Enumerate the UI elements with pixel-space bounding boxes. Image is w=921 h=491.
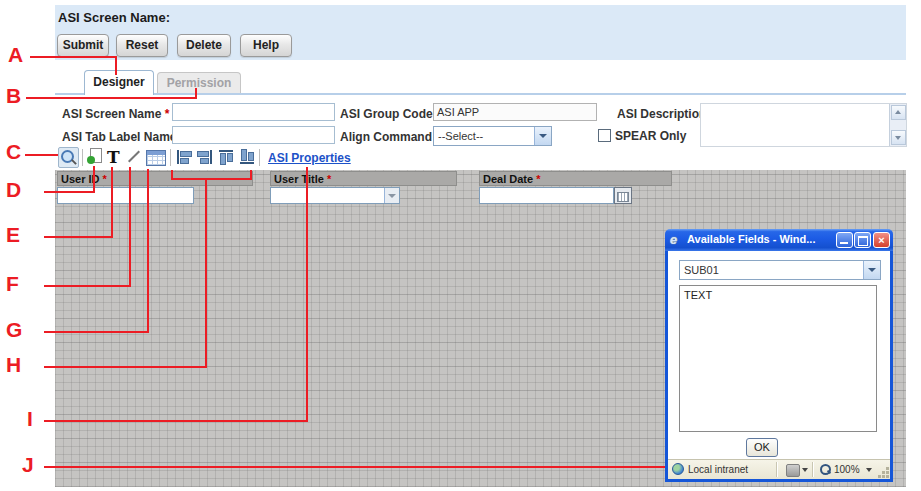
user-title-select[interactable] [270,187,400,204]
required-marker: * [165,107,170,121]
ie-icon: e [670,232,677,247]
user-id-input[interactable] [57,187,194,204]
description-label: ASI Description [617,107,706,121]
popup-title: Available Fields - Wind... [687,233,817,245]
annotation-line-f [129,167,131,287]
screen-name-input[interactable] [172,103,335,121]
align-top-icon[interactable] [218,149,234,165]
annotation-line-i [44,420,308,422]
scroll-down-icon[interactable] [891,130,906,145]
submit-button[interactable]: Submit [57,34,109,57]
annotation-line-h-bracket [171,170,173,180]
calendar-icon[interactable] [614,187,632,204]
annotation-line-b [195,88,197,99]
annotation-line-b [26,97,197,99]
tab-label-name-input[interactable] [172,126,335,144]
description-scrollbar[interactable] [889,104,906,146]
annotation-letter-f: F [6,273,19,295]
asi-screen-designer-page: ASI Screen Name: Submit Reset Delete Hel… [0,0,921,491]
help-button[interactable]: Help [240,34,292,57]
page-title: ASI Screen Name: [58,10,170,25]
chevron-down-icon[interactable] [802,468,808,472]
fields-listbox[interactable]: TEXT [679,285,877,432]
annotation-letter-e: E [6,224,20,246]
toolbar-separator [170,149,171,166]
annotation-letter-i: I [27,408,33,430]
description-textarea[interactable] [700,103,907,147]
intranet-zone-icon [672,463,684,475]
annotation-line-g [147,169,149,333]
annotation-letter-b: B [6,85,21,107]
align-command-label: Align Command [340,130,430,144]
spear-only-label: SPEAR Only [615,129,686,143]
scroll-up-icon[interactable] [891,105,906,120]
minimize-button[interactable] [836,232,853,248]
zoom-icon[interactable] [58,147,79,168]
annotation-line-e [111,167,113,238]
annotation-line-h [205,179,207,368]
screen-name-label: ASI Screen Name * [62,107,169,121]
chevron-down-icon[interactable] [384,188,399,203]
annotation-line-d [93,166,95,193]
asi-properties-link[interactable]: ASI Properties [268,151,351,165]
annotation-line-f [44,285,131,287]
available-fields-window: e Available Fields - Wind... × SUB01 TEX… [665,229,893,482]
tab-permission[interactable]: Permission [157,72,241,94]
align-right-icon[interactable] [197,149,213,165]
list-item[interactable]: TEXT [680,286,876,304]
annotation-letter-a: A [8,44,23,66]
annotation-line-d [44,191,95,193]
align-bottom-icon[interactable] [239,149,255,165]
table-icon[interactable] [146,150,166,166]
annotation-line-a [115,56,117,75]
field-header-user-title[interactable]: User Title * [270,171,457,186]
resize-grip[interactable] [886,475,889,478]
text-icon[interactable]: T [107,149,120,166]
maximize-button[interactable] [854,232,871,248]
popup-title-bar[interactable]: e Available Fields - Wind... × [665,229,893,251]
chevron-down-icon[interactable] [534,127,551,145]
chevron-down-icon[interactable] [863,261,880,279]
align-left-icon[interactable] [176,149,192,165]
security-zone-label: Local intranet [688,464,748,475]
annotation-letter-d: D [6,179,21,201]
group-code-value: ASI APP [433,103,597,121]
tab-label-name-label: ASI Tab Label Name * [62,130,185,144]
annotation-letter-c: C [6,141,21,163]
align-command-select[interactable]: --Select-- [433,126,552,146]
close-button[interactable]: × [873,232,890,248]
delete-button[interactable]: Delete [177,34,231,57]
annotation-line-h [44,366,207,368]
annotation-line-g [44,331,149,333]
popup-status-bar: Local intranet 100% [668,459,890,479]
field-header-deal-date[interactable]: Deal Date * [479,171,672,186]
toolbar-separator [82,149,83,166]
spear-only-checkbox[interactable] [598,129,611,142]
tab-designer[interactable]: Designer [84,70,154,95]
popup-body: SUB01 TEXT OK Local intranet 100% [665,251,893,482]
line-icon[interactable] [126,148,142,165]
toolbar-separator [259,149,260,166]
annotation-line-a [30,56,117,58]
protected-mode-icon [786,464,800,477]
annotation-line-j [44,466,665,468]
tab-strip-line [55,93,906,95]
annotation-letter-h: H [6,354,21,376]
annotation-line-h-bracket [250,170,252,180]
annotation-line-c [25,154,58,156]
reset-button[interactable]: Reset [116,34,168,57]
annotation-letter-g: G [6,319,22,341]
annotation-line-h-bracket [171,178,252,180]
annotation-line-e [44,236,113,238]
chevron-down-icon[interactable] [866,468,872,472]
group-code-label: ASI Group Code [340,107,430,121]
annotation-letter-j: J [22,454,34,476]
annotation-line-i [306,167,308,422]
zoom-level-value: 100% [834,464,860,475]
deal-date-input[interactable] [479,187,614,204]
add-field-icon[interactable] [87,148,102,165]
fields-group-select[interactable]: SUB01 [679,260,881,280]
ok-button[interactable]: OK [746,438,778,457]
